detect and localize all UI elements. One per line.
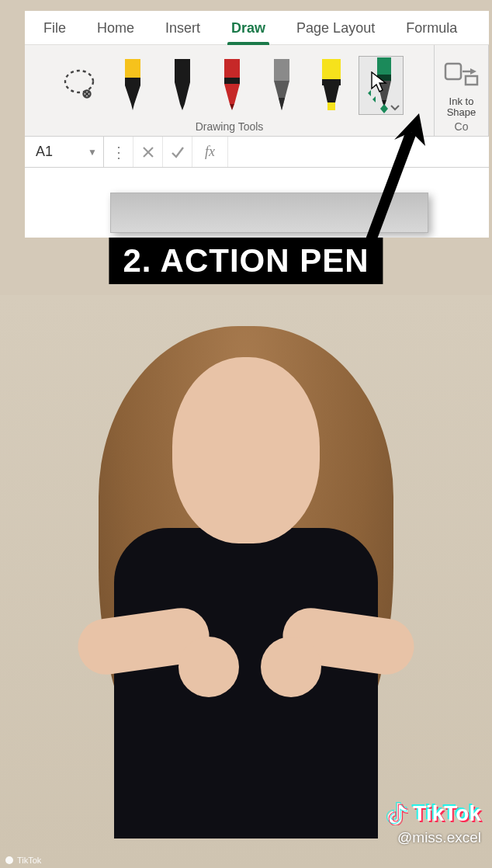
drawing-tools-row — [56, 51, 404, 119]
tiktok-watermark: TikTok — [386, 801, 481, 826]
ink-to-shape-button[interactable] — [440, 51, 483, 95]
face-shape — [172, 357, 320, 543]
pencil-icon — [265, 59, 299, 112]
svg-rect-11 — [224, 59, 240, 78]
enter-button[interactable] — [163, 137, 192, 167]
tab-insert[interactable]: Insert — [150, 12, 216, 44]
svg-rect-31 — [466, 76, 477, 85]
svg-point-0 — [65, 71, 93, 92]
formula-input[interactable] — [228, 137, 489, 167]
check-icon — [171, 146, 185, 158]
svg-marker-17 — [279, 98, 285, 110]
ink-to-shape-label: Ink to Shape — [447, 96, 476, 117]
pen-yellow-button[interactable] — [110, 56, 155, 115]
svg-marker-30 — [470, 68, 476, 75]
formula-bar-options-button[interactable]: ⋮ — [104, 137, 133, 167]
name-box-value: A1 — [36, 144, 53, 160]
svg-marker-7 — [131, 104, 134, 110]
drawing-tools-label: Drawing Tools — [196, 120, 264, 133]
svg-marker-24 — [377, 81, 391, 100]
svg-rect-21 — [327, 102, 335, 110]
pen-black-icon — [165, 59, 199, 112]
group-drawing-tools: Drawing Tools — [25, 45, 435, 136]
tiktok-brand-label: TikTok — [413, 801, 481, 826]
svg-point-37 — [5, 856, 13, 864]
svg-marker-20 — [324, 85, 339, 102]
close-icon — [142, 146, 154, 158]
convert-group-label: Co — [455, 120, 469, 133]
svg-rect-12 — [224, 78, 240, 84]
insert-function-button[interactable]: fx — [192, 137, 228, 167]
svg-rect-23 — [377, 75, 391, 81]
name-box[interactable]: A1 ▼ — [25, 137, 104, 167]
svg-rect-4 — [125, 59, 140, 78]
svg-marker-26 — [368, 90, 371, 96]
tab-home[interactable]: Home — [81, 12, 150, 44]
fist-right — [261, 637, 321, 697]
ribbon-tabs: File Home Insert Draw Page Layout Formul… — [25, 11, 489, 45]
ribbon-body: Drawing Tools Ink to Shape Co — [25, 45, 489, 137]
svg-marker-28 — [380, 104, 388, 113]
source-watermark: TikTok — [5, 856, 41, 865]
tiktok-handle: @miss.excel — [397, 829, 481, 846]
svg-rect-5 — [125, 78, 140, 85]
svg-rect-8 — [175, 59, 190, 82]
tab-page-layout[interactable]: Page Layout — [281, 12, 390, 44]
tiktok-logo-icon — [386, 802, 408, 825]
svg-rect-18 — [322, 59, 341, 79]
pen-black-button[interactable] — [160, 56, 205, 115]
chevron-down-icon: ▼ — [88, 147, 97, 158]
highlighter-yellow-icon — [314, 59, 348, 112]
formula-bar: A1 ▼ ⋮ fx — [25, 137, 489, 168]
pencil-button[interactable] — [259, 56, 304, 115]
highlighter-yellow-button[interactable] — [309, 56, 354, 115]
svg-marker-6 — [125, 85, 140, 104]
tab-draw[interactable]: Draw — [216, 12, 281, 44]
torso-shape — [114, 528, 378, 838]
svg-marker-13 — [224, 84, 240, 104]
svg-rect-15 — [274, 59, 289, 81]
worksheet-area[interactable] — [25, 168, 489, 238]
lasso-icon — [61, 66, 100, 105]
floating-object — [110, 193, 428, 233]
pen-yellow-icon — [116, 59, 150, 112]
chevron-down-icon — [390, 105, 400, 111]
svg-marker-14 — [230, 104, 234, 110]
excel-ribbon-overlay: File Home Insert Draw Page Layout Formul… — [25, 11, 489, 238]
lasso-select-button[interactable] — [56, 56, 106, 115]
caption-overlay: 2. ACTION PEN — [109, 238, 383, 284]
svg-marker-27 — [372, 96, 376, 102]
svg-marker-10 — [180, 104, 185, 110]
svg-rect-29 — [445, 64, 461, 79]
video-frame-person — [0, 295, 492, 868]
action-pen-button[interactable] — [359, 56, 404, 115]
tiktok-logo-small-icon — [5, 856, 14, 865]
svg-rect-19 — [322, 79, 341, 85]
pen-red-icon — [215, 59, 249, 112]
tab-file[interactable]: File — [28, 12, 81, 44]
pen-red-button[interactable] — [210, 56, 255, 115]
ink-to-shape-icon — [444, 59, 480, 87]
tab-formulas[interactable]: Formula — [390, 12, 473, 44]
svg-rect-22 — [377, 57, 391, 75]
fist-left — [178, 637, 239, 697]
svg-marker-9 — [175, 82, 190, 104]
cancel-button[interactable] — [133, 137, 163, 167]
group-convert: Ink to Shape Co — [435, 45, 489, 136]
